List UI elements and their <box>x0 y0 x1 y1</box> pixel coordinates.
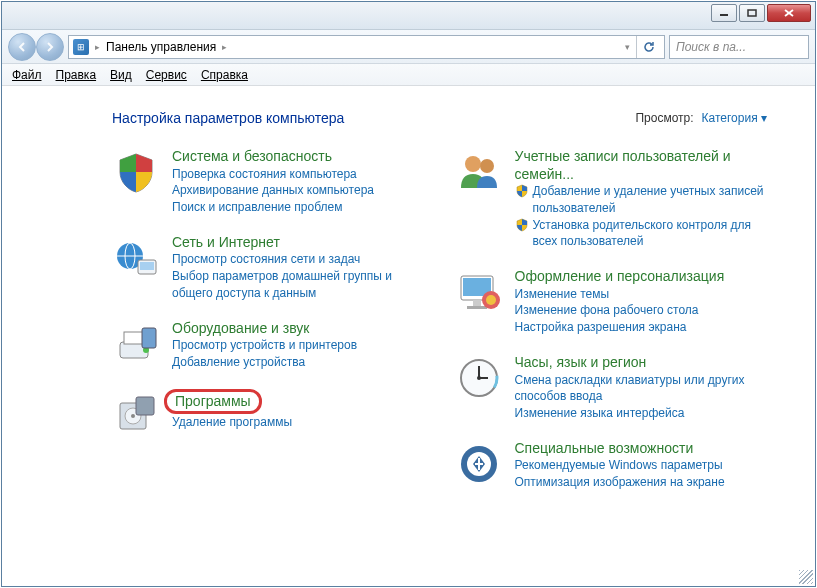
category-sublink[interactable]: Смена раскладки клавиатуры или других сп… <box>515 372 768 406</box>
category-sublink[interactable]: Просмотр устройств и принтеров <box>172 337 425 354</box>
resize-grip[interactable] <box>799 570 813 584</box>
category-item: Учетные записи пользователей и семейн...… <box>455 148 768 250</box>
category-title[interactable]: Сеть и Интернет <box>172 234 425 252</box>
svg-point-17 <box>465 156 481 172</box>
menubar: Файл Правка Вид Сервис Справка <box>2 64 815 86</box>
svg-rect-10 <box>124 332 144 344</box>
category-sublink[interactable]: Проверка состояния компьютера <box>172 166 425 183</box>
menu-file[interactable]: Файл <box>12 68 42 82</box>
left-column: Система и безопасностьПроверка состояния… <box>112 148 425 509</box>
page-title: Настройка параметров компьютера <box>112 110 344 126</box>
category-item: Оформление и персонализацияИзменение тем… <box>455 268 768 336</box>
category-item: Система и безопасностьПроверка состояния… <box>112 148 425 216</box>
category-title[interactable]: Оформление и персонализация <box>515 268 768 286</box>
svg-rect-16 <box>136 397 154 415</box>
category-sublink[interactable]: Добавление и удаление учетных записей по… <box>515 183 768 217</box>
right-column: Учетные записи пользователей и семейн...… <box>455 148 768 509</box>
category-title[interactable]: Программы <box>175 393 251 409</box>
menu-tools[interactable]: Сервис <box>146 68 187 82</box>
menu-help[interactable]: Справка <box>201 68 248 82</box>
category-item: Сеть и ИнтернетПросмотр состояния сети и… <box>112 234 425 302</box>
menu-view[interactable]: Вид <box>110 68 132 82</box>
close-button[interactable] <box>767 4 811 22</box>
refresh-button[interactable] <box>636 36 660 58</box>
svg-point-24 <box>486 295 496 305</box>
category-icon <box>112 234 160 282</box>
category-title[interactable]: Специальные возможности <box>515 440 768 458</box>
category-item: ПрограммыУдаление программы <box>112 389 425 437</box>
category-sublink[interactable]: Архивирование данных компьютера <box>172 182 425 199</box>
category-title[interactable]: Оборудование и звук <box>172 320 425 338</box>
category-icon <box>112 389 160 437</box>
category-icon <box>455 268 503 316</box>
category-item: Оборудование и звукПросмотр устройств и … <box>112 320 425 371</box>
svg-rect-21 <box>473 300 481 306</box>
view-dropdown[interactable]: Категория ▾ <box>702 111 767 125</box>
menu-edit[interactable]: Правка <box>56 68 97 82</box>
breadcrumb-sep-icon: ▸ <box>222 42 227 52</box>
uac-shield-icon <box>515 184 529 198</box>
category-sublink[interactable]: Удаление программы <box>172 414 425 431</box>
svg-rect-1 <box>748 10 756 16</box>
category-sublink[interactable]: Выбор параметров домашней группы и общег… <box>172 268 425 302</box>
svg-rect-12 <box>142 328 156 348</box>
svg-point-29 <box>477 376 481 380</box>
back-button[interactable] <box>8 33 36 61</box>
svg-rect-8 <box>140 262 154 270</box>
dropdown-icon[interactable]: ▾ <box>625 42 630 52</box>
category-sublink[interactable]: Изменение темы <box>515 286 768 303</box>
address-bar[interactable]: ⊞ ▸ Панель управления ▸ ▾ <box>68 35 665 59</box>
category-sublink[interactable]: Поиск и исправление проблем <box>172 199 425 216</box>
content-area: Настройка параметров компьютера Просмотр… <box>2 86 815 586</box>
category-sublink[interactable]: Установка родительского контроля для все… <box>515 217 768 251</box>
category-icon <box>112 148 160 196</box>
svg-point-15 <box>131 414 135 418</box>
breadcrumb-sep-icon: ▸ <box>95 42 100 52</box>
category-sublink[interactable]: Изменение фона рабочего стола <box>515 302 768 319</box>
category-icon <box>455 354 503 402</box>
view-label: Просмотр: <box>635 111 693 125</box>
view-control: Просмотр: Категория ▾ <box>635 111 767 125</box>
category-icon <box>112 320 160 368</box>
category-item: Специальные возможностиРекомендуемые Win… <box>455 440 768 491</box>
category-sublink[interactable]: Настройка разрешения экрана <box>515 319 768 336</box>
uac-shield-icon <box>515 218 529 232</box>
category-title[interactable]: Часы, язык и регион <box>515 354 768 372</box>
svg-point-18 <box>480 159 494 173</box>
category-sublink[interactable]: Изменение языка интерфейса <box>515 405 768 422</box>
titlebar <box>2 2 815 30</box>
svg-rect-22 <box>467 306 487 309</box>
category-sublink[interactable]: Оптимизация изображения на экране <box>515 474 768 491</box>
control-panel-icon: ⊞ <box>73 39 89 55</box>
category-item: Часы, язык и регионСмена раскладки клави… <box>455 354 768 422</box>
category-sublink[interactable]: Просмотр состояния сети и задач <box>172 251 425 268</box>
minimize-button[interactable] <box>711 4 737 22</box>
maximize-button[interactable] <box>739 4 765 22</box>
category-icon <box>455 440 503 488</box>
category-title[interactable]: Учетные записи пользователей и семейн... <box>515 148 768 183</box>
navbar: ⊞ ▸ Панель управления ▸ ▾ Поиск в па... <box>2 30 815 64</box>
breadcrumb-text[interactable]: Панель управления <box>106 40 216 54</box>
forward-button[interactable] <box>36 33 64 61</box>
window: ⊞ ▸ Панель управления ▸ ▾ Поиск в па... … <box>1 1 816 587</box>
search-input[interactable]: Поиск в па... <box>669 35 809 59</box>
category-title[interactable]: Система и безопасность <box>172 148 425 166</box>
category-sublink[interactable]: Рекомендуемые Windows параметры <box>515 457 768 474</box>
category-sublink[interactable]: Добавление устройства <box>172 354 425 371</box>
category-icon <box>455 148 503 196</box>
